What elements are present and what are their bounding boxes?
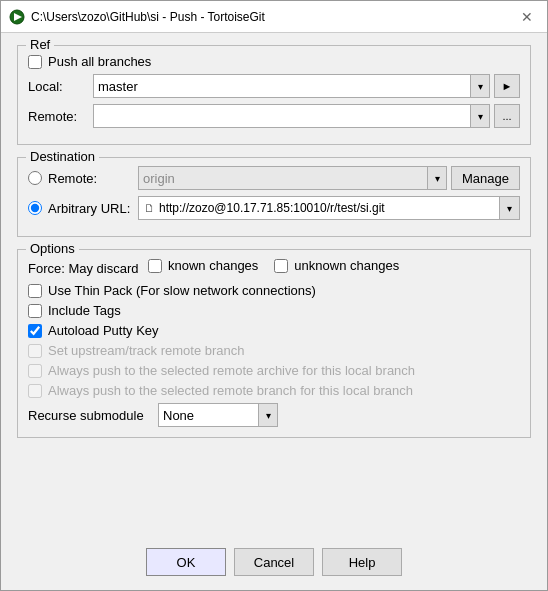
dest-remote-combo-wrap: origin ▾ (138, 166, 447, 190)
destination-group-title: Destination (26, 149, 99, 164)
unknown-changes-label: unknown changes (294, 258, 399, 273)
dest-remote-radio-label: Remote: (48, 171, 138, 186)
dest-url-row: Arbitrary URL: 🗋 ▾ (28, 196, 520, 220)
remote-select[interactable] (93, 104, 490, 128)
local-combo-wrap: master ▾ (93, 74, 490, 98)
always-push-archive-checkbox[interactable] (28, 364, 42, 378)
help-button[interactable]: Help (322, 548, 402, 576)
ellipsis-icon: ... (502, 110, 511, 122)
options-group: Options Force: May discard known changes… (17, 249, 531, 438)
local-combo-arrow[interactable]: ▾ (470, 74, 490, 98)
set-upstream-checkbox[interactable] (28, 344, 42, 358)
cancel-button[interactable]: Cancel (234, 548, 314, 576)
recurse-combo-arrow[interactable]: ▾ (258, 403, 278, 427)
main-window: C:\Users\zozo\GitHub\si - Push - Tortois… (0, 0, 548, 591)
local-arrow-button[interactable]: ► (494, 74, 520, 98)
recurse-select-wrap: None Check On-demand Yes ▾ (158, 403, 278, 427)
include-tags-checkbox[interactable] (28, 304, 42, 318)
force-row: Force: May discard known changes unknown… (28, 258, 520, 278)
dest-remote-radio[interactable] (28, 171, 42, 185)
set-upstream-row: Set upstream/track remote branch (28, 343, 520, 358)
window-title: C:\Users\zozo\GitHub\si - Push - Tortois… (31, 10, 515, 24)
remote-row: Remote: ▾ ... (28, 104, 520, 128)
thin-pack-label: Use Thin Pack (For slow network connecti… (48, 283, 316, 298)
always-push-archive-row: Always push to the selected remote archi… (28, 363, 520, 378)
dest-remote-row: Remote: origin ▾ Manage (28, 166, 520, 190)
dest-remote-combo-arrow[interactable]: ▾ (427, 166, 447, 190)
recurse-row: Recurse submodule None Check On-demand Y… (28, 403, 520, 427)
chevron-down-icon2: ▾ (478, 111, 483, 122)
known-changes-label: known changes (168, 258, 258, 273)
file-icon: 🗋 (141, 200, 157, 216)
autoload-putty-checkbox[interactable] (28, 324, 42, 338)
app-icon (9, 9, 25, 25)
force-label: Force: May discard (28, 261, 148, 276)
force-checks: known changes unknown changes (148, 258, 399, 278)
dest-arbitrary-radio[interactable] (28, 201, 42, 215)
push-all-branches-row: Push all branches (28, 54, 520, 69)
always-push-archive-label: Always push to the selected remote archi… (48, 363, 415, 378)
chevron-down-icon4: ▾ (507, 203, 512, 214)
thin-pack-checkbox[interactable] (28, 284, 42, 298)
arrow-right-icon: ► (502, 80, 513, 92)
set-upstream-label: Set upstream/track remote branch (48, 343, 245, 358)
close-button[interactable]: ✕ (515, 5, 539, 29)
url-combo-arrow[interactable]: ▾ (499, 197, 519, 219)
include-tags-label: Include Tags (48, 303, 121, 318)
ok-button[interactable]: OK (146, 548, 226, 576)
manage-button[interactable]: Manage (451, 166, 520, 190)
remote-combo-wrap: ▾ (93, 104, 490, 128)
recurse-label: Recurse submodule (28, 408, 158, 423)
unknown-changes-row: unknown changes (274, 258, 399, 273)
always-push-remote-checkbox[interactable] (28, 384, 42, 398)
local-select[interactable]: master (93, 74, 490, 98)
ref-group: Ref Push all branches Local: master ▾ ► (17, 45, 531, 145)
known-changes-row: known changes (148, 258, 258, 273)
options-group-title: Options (26, 241, 79, 256)
autoload-putty-label: Autoload Putty Key (48, 323, 159, 338)
push-all-branches-label: Push all branches (48, 54, 151, 69)
remote-label: Remote: (28, 109, 93, 124)
push-all-branches-checkbox[interactable] (28, 55, 42, 69)
titlebar: C:\Users\zozo\GitHub\si - Push - Tortois… (1, 1, 547, 33)
dest-arbitrary-radio-label: Arbitrary URL: (48, 201, 138, 216)
footer: OK Cancel Help (1, 538, 547, 590)
destination-group: Destination Remote: origin ▾ Manage Arbi… (17, 157, 531, 237)
remote-ellipsis-button[interactable]: ... (494, 104, 520, 128)
thin-pack-row: Use Thin Pack (For slow network connecti… (28, 283, 520, 298)
unknown-changes-checkbox[interactable] (274, 259, 288, 273)
url-input-wrap: 🗋 ▾ (138, 196, 520, 220)
local-row: Local: master ▾ ► (28, 74, 520, 98)
local-label: Local: (28, 79, 93, 94)
known-changes-checkbox[interactable] (148, 259, 162, 273)
dest-remote-select[interactable]: origin (138, 166, 447, 190)
chevron-down-icon5: ▾ (266, 410, 271, 421)
chevron-down-icon3: ▾ (435, 173, 440, 184)
main-content: Ref Push all branches Local: master ▾ ► (1, 33, 547, 538)
url-input[interactable] (159, 201, 517, 215)
always-push-remote-row: Always push to the selected remote branc… (28, 383, 520, 398)
ref-group-title: Ref (26, 37, 54, 52)
autoload-putty-row: Autoload Putty Key (28, 323, 520, 338)
remote-combo-arrow[interactable]: ▾ (470, 104, 490, 128)
chevron-down-icon: ▾ (478, 81, 483, 92)
include-tags-row: Include Tags (28, 303, 520, 318)
always-push-remote-label: Always push to the selected remote branc… (48, 383, 413, 398)
